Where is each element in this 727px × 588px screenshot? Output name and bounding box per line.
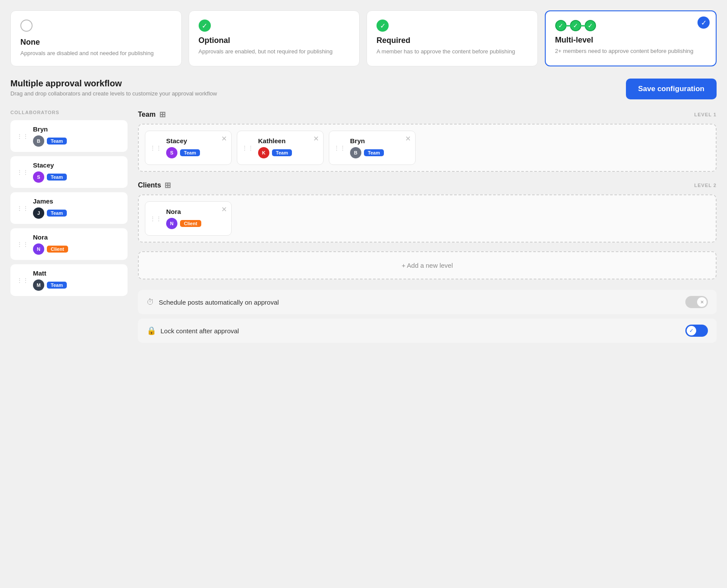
save-configuration-button[interactable]: Save configuration	[626, 79, 717, 99]
remove-member-button[interactable]: ✕	[221, 135, 227, 142]
none-title: None	[20, 38, 172, 47]
level-block: Team ⊞ LEVEL 1 ⋮⋮ Stacey S Team ✕ ⋮⋮ Kat…	[138, 110, 717, 172]
avatar: M	[33, 279, 44, 291]
badge-client: Client	[180, 220, 201, 227]
avatar: N	[33, 243, 44, 255]
selected-indicator: ✓	[698, 16, 710, 29]
main-layout: COLLABORATORS ⋮⋮ Bryn B Team ⋮⋮ Stacey S…	[10, 110, 717, 347]
badge-team: Team	[47, 210, 67, 217]
toggle-label-schedule: Schedule posts automatically on approval	[159, 299, 279, 306]
copy-level-button[interactable]: ⊞	[159, 110, 166, 119]
avatar: S	[166, 147, 177, 158]
member-card: ⋮⋮ Nora N Client ✕	[145, 201, 232, 236]
member-card: ⋮⋮ Kathleen K Team ✕	[237, 131, 324, 165]
level-name-text: Team	[138, 111, 156, 118]
level-name: Clients ⊞	[138, 181, 171, 190]
collab-meta: B Team	[33, 135, 67, 147]
drag-handle[interactable]: ⋮⋮	[150, 145, 162, 151]
collaborator-card[interactable]: ⋮⋮ Bryn B Team	[10, 120, 128, 152]
copy-level-button[interactable]: ⊞	[164, 181, 171, 190]
member-name: Bryn	[350, 137, 384, 145]
collaborators-panel: COLLABORATORS ⋮⋮ Bryn B Team ⋮⋮ Stacey S…	[10, 110, 128, 347]
toggle-left: 🔒 Lock content after approval	[147, 326, 239, 335]
toggle-icon-lock: 🔒	[147, 326, 156, 335]
collaborator-card[interactable]: ⋮⋮ Matt M Team	[10, 264, 128, 296]
collaborator-card[interactable]: ⋮⋮ Nora N Client	[10, 228, 128, 260]
none-desc: Approvals are disabled and not needed fo…	[20, 49, 172, 57]
collab-name: Nora	[33, 233, 68, 241]
approval-card-required[interactable]: ✓ Required A member has to approve the c…	[367, 10, 538, 66]
toggle-x: ✕	[700, 299, 704, 305]
badge-team: Team	[180, 149, 200, 156]
optional-desc: Approvals are enabled, but not required …	[199, 48, 350, 56]
required-title: Required	[377, 36, 528, 45]
drag-handle[interactable]: ⋮⋮	[16, 205, 29, 212]
approval-card-optional[interactable]: ✓ Optional Approvals are enabled, but no…	[189, 10, 360, 66]
remove-member-button[interactable]: ✕	[313, 135, 319, 142]
toggle-icon-schedule: ⏱	[147, 298, 154, 307]
collab-meta: S Team	[33, 171, 67, 183]
badge-team: Team	[47, 138, 67, 145]
member-name: Kathleen	[258, 137, 292, 145]
level-content[interactable]: ⋮⋮ Stacey S Team ✕ ⋮⋮ Kathleen K Team ✕	[138, 124, 717, 172]
level-content[interactable]: ⋮⋮ Nora N Client ✕	[138, 194, 717, 243]
none-icon	[20, 20, 172, 33]
member-info: Nora N Client	[166, 208, 201, 229]
required-icon: ✓	[377, 20, 528, 32]
remove-member-button[interactable]: ✕	[221, 206, 227, 213]
member-card: ⋮⋮ Bryn B Team ✕	[329, 131, 416, 165]
approval-card-multilevel[interactable]: ✓ ✓ ✓ ✓ Multi-level 2+ members need to a…	[545, 10, 717, 66]
collaborators-list: ⋮⋮ Bryn B Team ⋮⋮ Stacey S Team ⋮⋮ James…	[10, 120, 128, 296]
drag-handle[interactable]: ⋮⋮	[16, 241, 29, 248]
collaborators-label: COLLABORATORS	[10, 110, 128, 115]
toggle-left: ⏱ Schedule posts automatically on approv…	[147, 298, 279, 307]
toggles-container: ⏱ Schedule posts automatically on approv…	[138, 290, 717, 343]
add-level-button[interactable]: + Add a new level	[138, 251, 717, 279]
member-name: Stacey	[166, 137, 200, 145]
drag-handle[interactable]: ⋮⋮	[16, 133, 29, 140]
drag-handle[interactable]: ⋮⋮	[334, 145, 346, 151]
workflow-title-area: Multiple approval workflow Drag and drop…	[10, 79, 217, 97]
collaborator-card[interactable]: ⋮⋮ James J Team	[10, 192, 128, 224]
member-meta: B Team	[350, 147, 384, 158]
member-card: ⋮⋮ Stacey S Team ✕	[145, 131, 232, 165]
drag-handle[interactable]: ⋮⋮	[242, 145, 254, 151]
collab-meta: J Team	[33, 207, 67, 219]
toggle-switch-lock[interactable]: ✓	[685, 325, 708, 337]
member-info: Bryn B Team	[350, 137, 384, 158]
avatar: B	[33, 135, 44, 147]
collab-info: James J Team	[33, 197, 67, 219]
workflow-title: Multiple approval workflow	[10, 79, 217, 89]
badge-team: Team	[47, 174, 67, 181]
level-header: Clients ⊞ LEVEL 2	[138, 181, 717, 190]
levels-list: Team ⊞ LEVEL 1 ⋮⋮ Stacey S Team ✕ ⋮⋮ Kat…	[138, 110, 717, 243]
multilevel-title: Multi-level	[555, 36, 707, 45]
level-badge: LEVEL 2	[694, 183, 717, 188]
collab-info: Stacey S Team	[33, 161, 67, 183]
collab-meta: N Client	[33, 243, 68, 255]
remove-member-button[interactable]: ✕	[405, 135, 411, 142]
drag-handle[interactable]: ⋮⋮	[16, 277, 29, 284]
badge-team: Team	[47, 282, 67, 289]
optional-title: Optional	[199, 36, 350, 45]
collab-name: James	[33, 197, 67, 205]
collaborator-card[interactable]: ⋮⋮ Stacey S Team	[10, 156, 128, 188]
badge-team: Team	[364, 149, 384, 156]
member-meta: N Client	[166, 218, 201, 229]
collab-info: Nora N Client	[33, 233, 68, 255]
avatar: K	[258, 147, 269, 158]
collab-info: Bryn B Team	[33, 125, 67, 147]
drag-handle[interactable]: ⋮⋮	[16, 169, 29, 176]
level-name-text: Clients	[138, 181, 161, 189]
approval-card-none[interactable]: None Approvals are disabled and not need…	[10, 10, 182, 66]
drag-handle[interactable]: ⋮⋮	[150, 215, 162, 222]
optional-icon: ✓	[199, 20, 350, 32]
multilevel-desc: 2+ members need to approve content befor…	[555, 47, 707, 55]
level-block: Clients ⊞ LEVEL 2 ⋮⋮ Nora N Client ✕	[138, 181, 717, 243]
toggle-switch-schedule[interactable]: ✕	[685, 296, 708, 308]
badge-team: Team	[272, 149, 292, 156]
member-info: Kathleen K Team	[258, 137, 292, 158]
member-meta: K Team	[258, 147, 292, 158]
avatar: S	[33, 171, 44, 183]
member-name: Nora	[166, 208, 201, 215]
